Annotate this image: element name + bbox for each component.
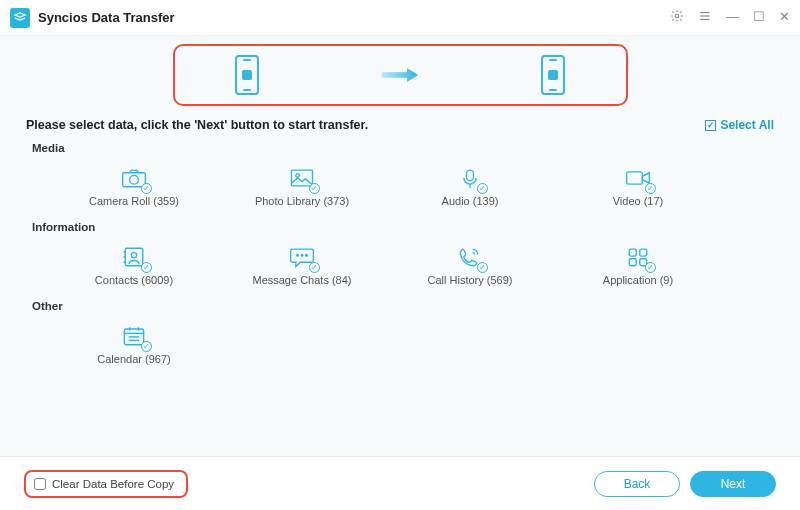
footer-buttons: Back Next [594,471,776,497]
source-phone-icon [235,55,259,95]
item-camera-roll[interactable]: ✓ Camera Roll (359) [50,160,218,215]
item-message-chats[interactable]: ✓ Message Chats (84) [218,239,386,294]
next-button[interactable]: Next [690,471,776,497]
footer-bar: Clear Data Before Copy Back Next [0,456,800,510]
svg-rect-16 [640,249,647,256]
check-icon: ✓ [477,262,488,273]
item-photo-library[interactable]: ✓ Photo Library (373) [218,160,386,215]
item-label: Application (9) [554,274,722,286]
select-all-checkbox-icon: ✓ [705,120,716,131]
svg-point-14 [306,254,308,256]
check-icon: ✓ [645,262,656,273]
check-icon: ✓ [141,262,152,273]
svg-point-5 [130,175,139,184]
instruction-row: Please select data, click the 'Next' but… [26,118,774,132]
close-button[interactable]: ✕ [779,9,790,26]
item-label: Camera Roll (359) [50,195,218,207]
svg-point-11 [131,253,136,258]
other-grid: ✓ Calendar (967) [26,318,774,373]
item-label: Calendar (967) [50,353,218,365]
check-icon: ✓ [645,183,656,194]
item-contacts[interactable]: ✓ Contacts (6009) [50,239,218,294]
content-area: Please select data, click the 'Next' but… [0,36,800,456]
information-grid: ✓ Contacts (6009) ✓ Message Chats (84) ✓… [26,239,774,294]
section-title-information: Information [32,221,774,233]
clear-data-label: Clear Data Before Copy [52,478,174,490]
app-title: Syncios Data Transfer [38,10,670,25]
app-logo [10,8,30,28]
minimize-button[interactable]: — [726,9,739,26]
menu-icon[interactable] [698,9,712,26]
item-label: Audio (139) [386,195,554,207]
select-all-label: Select All [720,118,774,132]
section-title-other: Other [32,300,774,312]
item-audio[interactable]: ✓ Audio (139) [386,160,554,215]
check-icon: ✓ [309,183,320,194]
clear-data-checkbox[interactable] [34,478,46,490]
window-controls: — ☐ ✕ [670,9,790,26]
check-icon: ✓ [141,341,152,352]
titlebar: Syncios Data Transfer — ☐ ✕ [0,0,800,36]
check-icon: ✓ [309,262,320,273]
item-video[interactable]: ✓ Video (17) [554,160,722,215]
svg-point-0 [675,14,679,18]
item-application[interactable]: ✓ Application (9) [554,239,722,294]
item-call-history[interactable]: ✓ Call History (569) [386,239,554,294]
svg-point-12 [297,254,299,256]
svg-rect-8 [467,170,474,181]
item-calendar[interactable]: ✓ Calendar (967) [50,318,218,373]
instruction-text: Please select data, click the 'Next' but… [26,118,368,132]
svg-rect-10 [125,248,143,266]
check-icon: ✓ [477,183,488,194]
svg-rect-17 [629,259,636,266]
clear-data-option[interactable]: Clear Data Before Copy [24,470,188,498]
arrow-icon [379,63,421,87]
section-title-media: Media [32,142,774,154]
back-button[interactable]: Back [594,471,680,497]
item-label: Contacts (6009) [50,274,218,286]
item-label: Video (17) [554,195,722,207]
svg-rect-9 [627,172,643,184]
item-label: Call History (569) [386,274,554,286]
check-icon: ✓ [141,183,152,194]
media-grid: ✓ Camera Roll (359) ✓ Photo Library (373… [26,160,774,215]
item-label: Message Chats (84) [218,274,386,286]
item-label: Photo Library (373) [218,195,386,207]
device-transfer-panel [173,44,628,106]
svg-point-13 [301,254,303,256]
target-phone-icon [541,55,565,95]
svg-rect-6 [292,170,313,186]
gear-icon[interactable] [670,9,684,26]
svg-point-7 [296,174,300,178]
select-all-button[interactable]: ✓ Select All [705,118,774,132]
maximize-button[interactable]: ☐ [753,9,765,26]
svg-rect-15 [629,249,636,256]
